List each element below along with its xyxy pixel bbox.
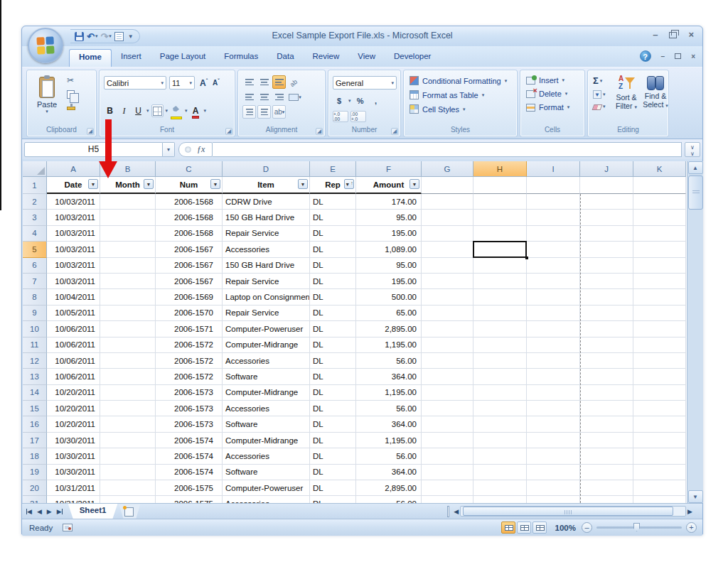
cell-num[interactable]: 2006-1567 [156,274,223,289]
conditional-formatting-button[interactable]: Conditional Formatting▾ [410,76,507,85]
cell-empty[interactable] [580,337,633,353]
cell-date[interactable]: 10/03/2011 [47,194,100,210]
cell-item[interactable]: Accessories [223,401,310,416]
cell-empty[interactable] [580,448,633,464]
cell-month[interactable] [100,306,156,321]
cell-empty[interactable] [473,465,527,480]
cell-empty[interactable] [580,274,633,289]
cell-empty[interactable] [422,226,473,242]
cell-date[interactable]: 10/20/2011 [47,416,100,432]
cell-rep[interactable]: DL [310,401,356,416]
tab-view[interactable]: View [348,49,385,67]
cell-empty[interactable] [473,416,527,432]
cell-empty[interactable] [473,433,527,448]
name-box[interactable]: H5 [24,142,163,157]
cell-month[interactable] [100,369,156,384]
cell-amount[interactable]: 364.00 [356,369,422,384]
cell-styles-button[interactable]: Cell Styles▾ [410,104,507,114]
cell-empty[interactable] [527,416,580,432]
cell-empty[interactable] [633,210,686,225]
cell-item[interactable]: Accessories [223,448,310,464]
column-header-g[interactable]: G [422,161,473,177]
currency-dropdown[interactable]: ▾ [348,98,351,104]
cell-empty[interactable] [580,353,633,369]
cell-rep[interactable]: DL [310,353,356,369]
column-header-a[interactable]: A [47,161,100,177]
cell-item[interactable]: Repair Service [223,306,310,321]
row-header[interactable]: 3 [23,210,47,225]
cell-date[interactable]: 10/30/2011 [47,433,100,448]
cell-item[interactable]: Computer-Midrange [223,433,310,448]
autosum-button[interactable]: Σ▾ [593,75,606,86]
bold-button[interactable]: B [104,104,116,117]
cell-empty[interactable] [527,337,580,353]
cell-amount[interactable]: 1,089.00 [356,242,422,257]
increase-indent-button[interactable] [257,105,271,119]
next-sheet-button[interactable]: ▶ [47,508,52,515]
cell-rep[interactable]: DL [310,321,356,337]
align-center-button[interactable] [257,90,271,104]
row-header[interactable]: 15 [23,401,47,416]
cell-num[interactable]: 2006-1567 [156,258,223,274]
cell-empty[interactable] [527,210,580,225]
cell-empty[interactable] [633,306,686,321]
hscroll-left-button[interactable]: ◀ [454,508,459,515]
cell-empty[interactable] [633,337,686,353]
cell-j1[interactable] [580,177,633,194]
minimize-button[interactable]: – [653,30,658,40]
cell-amount[interactable]: 195.00 [356,226,422,242]
cell-empty[interactable] [422,496,473,503]
cell-num[interactable]: 2006-1568 [156,210,223,225]
cell-empty[interactable] [473,274,527,289]
cell-empty[interactable] [473,306,527,321]
workbook-minimize-button[interactable]: – [661,53,665,60]
filter-dropdown-item[interactable]: ▼ [298,179,308,189]
tab-data[interactable]: Data [267,49,303,67]
cell-date[interactable]: 10/06/2011 [47,337,100,353]
cell-item[interactable]: Accessories [223,496,310,503]
cell-empty[interactable] [580,416,633,432]
cell-amount[interactable]: 56.00 [356,496,422,503]
cell-amount[interactable]: 95.00 [356,258,422,274]
cell-date[interactable]: 10/06/2011 [47,353,100,369]
row-header[interactable]: 4 [23,226,47,242]
cell-month[interactable] [100,242,156,257]
cell-date[interactable]: 10/06/2011 [47,321,100,337]
cell-empty[interactable] [580,401,633,416]
font-size-combo[interactable]: 11▾ [169,76,195,90]
cell-month[interactable] [100,258,156,274]
cell-empty[interactable] [422,480,473,496]
row-header[interactable]: 12 [23,353,47,369]
cell-empty[interactable] [422,210,473,225]
normal-view-button[interactable] [501,522,515,534]
font-color-dropdown[interactable]: ▾ [204,108,207,114]
cell-empty[interactable] [527,289,580,305]
format-cells-button[interactable]: Format▾ [526,103,569,112]
cell-item[interactable]: Computer-Midrange [223,385,310,401]
percent-button[interactable]: % [354,94,367,107]
zoom-slider-thumb[interactable] [633,523,640,531]
cell-rep[interactable]: DL [310,289,356,305]
underline-dropdown[interactable]: ▾ [146,108,149,114]
vertical-scrollbar[interactable]: ▲ ▼ [687,161,703,503]
cell-num[interactable]: 2006-1575 [156,496,223,503]
restore-button[interactable] [669,32,677,38]
alignment-dialog-launcher[interactable]: ◢ [316,128,323,135]
cell-date[interactable]: 10/06/2011 [47,369,100,384]
column-header-c[interactable]: C [156,161,223,177]
column-header-j[interactable]: J [580,161,633,177]
cell-num[interactable]: 2006-1575 [156,480,223,496]
column-header-h-active[interactable]: H [473,161,527,177]
office-button[interactable] [28,28,63,63]
cell-amount[interactable]: 56.00 [356,448,422,464]
tab-formulas[interactable]: Formulas [215,49,267,67]
cell-rep[interactable]: DL [310,480,356,496]
cell-empty[interactable] [580,258,633,274]
row-header[interactable]: 16 [23,416,47,432]
cell-item[interactable]: Repair Service [223,226,310,242]
cell-empty[interactable] [527,274,580,289]
cell-empty[interactable] [527,353,580,369]
cell-empty[interactable] [527,465,580,480]
cell-amount[interactable]: 1,195.00 [356,385,422,401]
column-header-e[interactable]: E [310,161,356,177]
